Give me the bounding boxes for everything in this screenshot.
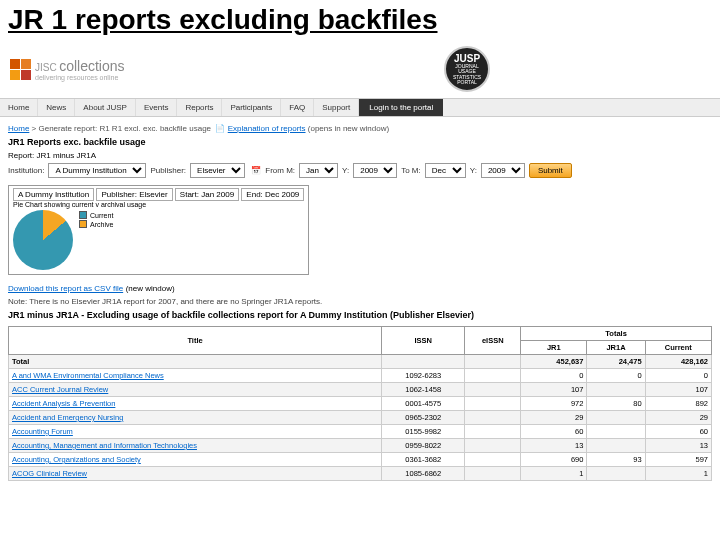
col-issn[interactable]: ISSN (382, 327, 465, 355)
note-text: Note: There is no Elsevier JR1A report f… (8, 297, 712, 306)
total-label: Total (9, 355, 382, 369)
title-link[interactable]: ACC Current Journal Review (12, 385, 108, 394)
cell-jr1a (587, 411, 645, 425)
cell-eissn (465, 383, 521, 397)
institution-label: Institution: (8, 166, 44, 175)
cell-current: 1 (645, 467, 711, 481)
legend-archive: Archive (90, 221, 113, 228)
cell-jr1: 107 (521, 383, 587, 397)
cell-jr1a (587, 383, 645, 397)
chart-pub: Publisher: Elsevier (96, 188, 172, 201)
cell-current: 107 (645, 383, 711, 397)
download-csv-link[interactable]: Download this report as CSV file (8, 284, 123, 293)
chart-inst: A Dummy Institution (13, 188, 94, 201)
col-jr1[interactable]: JR1 (521, 341, 587, 355)
cell-jr1a: 0 (587, 369, 645, 383)
cell-jr1a (587, 425, 645, 439)
jusp-badge: JUSP JOURNAL USAGE STATISTICS PORTAL (444, 46, 490, 92)
title-link[interactable]: Accounting Forum (12, 427, 73, 436)
submit-button[interactable]: Submit (529, 163, 572, 178)
table-row: ACOG Clinical Review 1085-6862 1 1 (9, 467, 712, 481)
cell-jr1: 29 (521, 411, 587, 425)
breadcrumb: Home > Generate report: R1 R1 excl. exc.… (8, 124, 712, 133)
table-row: Accounting, Organizations and Society 03… (9, 453, 712, 467)
explain-link[interactable]: Explanation of reports (228, 124, 306, 133)
title-link[interactable]: Accident Analysis & Prevention (12, 399, 115, 408)
slide-title: JR 1 reports excluding backfiles (0, 0, 720, 40)
cell-jr1a: 80 (587, 397, 645, 411)
table-row: Accounting Forum 0155-9982 60 60 (9, 425, 712, 439)
jusp-line: PORTAL (457, 80, 477, 86)
logo-icon (10, 59, 31, 80)
title-link[interactable]: Accounting, Organizations and Society (12, 455, 141, 464)
pie-chart (13, 210, 73, 270)
from-year-select[interactable]: 2009 (353, 163, 397, 178)
legend-current: Current (90, 212, 113, 219)
cell-eissn (465, 439, 521, 453)
from-month-select[interactable]: Jan (299, 163, 338, 178)
cell-issn: 1085-6862 (382, 467, 465, 481)
cell-issn: 0361-3682 (382, 453, 465, 467)
cell-jr1a (587, 467, 645, 481)
jisc-logo: JISC collections delivering resources on… (10, 58, 125, 81)
total-row: Total 452,637 24,475 428,162 (9, 355, 712, 369)
cell-eissn (465, 425, 521, 439)
total-jr1a: 24,475 (587, 355, 645, 369)
main-nav: Home News About JUSP Events Reports Part… (0, 98, 720, 117)
cell-issn: 0001-4575 (382, 397, 465, 411)
cell-issn: 1062-1458 (382, 383, 465, 397)
cell-current: 597 (645, 453, 711, 467)
chart-end: End: Dec 2009 (241, 188, 304, 201)
cell-jr1: 690 (521, 453, 587, 467)
cell-jr1: 1 (521, 467, 587, 481)
nav-faq[interactable]: FAQ (281, 99, 314, 116)
table-row: Accident and Emergency Nursing 0965-2302… (9, 411, 712, 425)
to-label: To M: (401, 166, 421, 175)
publisher-label: Publisher: (150, 166, 186, 175)
cell-jr1: 972 (521, 397, 587, 411)
col-jr1a[interactable]: JR1A (587, 341, 645, 355)
table-row: A and WMA Environmental Compliance News … (9, 369, 712, 383)
jusp-short: JUSP (454, 53, 480, 64)
report-heading: Report: JR1 minus JR1A (8, 151, 712, 160)
cell-current: 892 (645, 397, 711, 411)
results-table: Title ISSN eISSN Totals JR1 JR1A Current… (8, 326, 712, 481)
cell-jr1: 13 (521, 439, 587, 453)
nav-participants[interactable]: Participants (222, 99, 281, 116)
to-month-select[interactable]: Dec (425, 163, 466, 178)
title-link[interactable]: Accounting, Management and Information T… (12, 441, 197, 450)
nav-home[interactable]: Home (0, 99, 38, 116)
cell-eissn (465, 467, 521, 481)
chart-card: A Dummy Institution Publisher: Elsevier … (8, 185, 309, 275)
download-note: (new window) (126, 284, 175, 293)
table-row: Accounting, Management and Information T… (9, 439, 712, 453)
total-current: 428,162 (645, 355, 711, 369)
breadcrumb-home[interactable]: Home (8, 124, 29, 133)
title-link[interactable]: ACOG Clinical Review (12, 469, 87, 478)
title-link[interactable]: Accident and Emergency Nursing (12, 413, 123, 422)
chart-subtitle: Pie Chart showing current v archival usa… (13, 201, 304, 208)
cell-jr1a: 93 (587, 453, 645, 467)
nav-news[interactable]: News (38, 99, 75, 116)
cell-issn: 1092-6283 (382, 369, 465, 383)
publisher-select[interactable]: Elsevier (190, 163, 245, 178)
table-title: JR1 minus JR1A - Excluding usage of back… (8, 310, 712, 320)
cell-jr1: 60 (521, 425, 587, 439)
col-current[interactable]: Current (645, 341, 711, 355)
institution-select[interactable]: A Dummy Institution (48, 163, 146, 178)
title-link[interactable]: A and WMA Environmental Compliance News (12, 371, 164, 380)
nav-support[interactable]: Support (314, 99, 359, 116)
cell-issn: 0965-2302 (382, 411, 465, 425)
to-year-select[interactable]: 2009 (481, 163, 525, 178)
col-title[interactable]: Title (9, 327, 382, 355)
col-eissn[interactable]: eISSN (465, 327, 521, 355)
nav-events[interactable]: Events (136, 99, 177, 116)
nav-login[interactable]: Login to the portal (359, 99, 443, 116)
table-row: ACC Current Journal Review 1062-1458 107… (9, 383, 712, 397)
cell-jr1: 0 (521, 369, 587, 383)
breadcrumb-report: R1 R1 excl. exc. backfile usage (99, 124, 211, 133)
page-heading: JR1 Reports exc. backfile usage (8, 137, 712, 147)
nav-reports[interactable]: Reports (177, 99, 222, 116)
nav-about[interactable]: About JUSP (75, 99, 136, 116)
from-y-label: Y: (342, 166, 349, 175)
